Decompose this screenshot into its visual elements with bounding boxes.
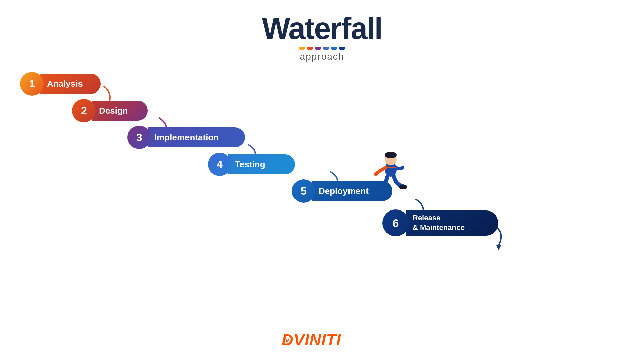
- step-4: 4 Testing: [208, 153, 295, 176]
- step-6: 6 Release& Maintenance: [382, 209, 498, 236]
- step-2-circle: 2: [72, 99, 96, 122]
- title-sub: approach: [221, 51, 423, 62]
- step-5-number: 5: [301, 185, 307, 197]
- logo: D e VINITI: [282, 328, 362, 352]
- step-2-number: 2: [81, 105, 87, 117]
- dot-3: [315, 47, 321, 50]
- step-5: 5 Deployment: [292, 179, 392, 203]
- svg-point-8: [385, 152, 397, 158]
- dot-4: [323, 47, 329, 50]
- dot-1: [299, 47, 305, 50]
- step-4-number: 4: [217, 158, 223, 171]
- step-1-number: 1: [29, 78, 35, 90]
- step-1: 1 Analysis: [20, 72, 101, 96]
- step-1-circle: 1: [20, 72, 44, 96]
- step-2: 2 Design: [72, 99, 148, 122]
- step-3: 3 Implementation: [127, 126, 245, 149]
- dot-6: [339, 47, 345, 50]
- step-4-label: Testing: [228, 154, 295, 174]
- dot-5: [331, 47, 337, 50]
- step-3-label: Implementation: [148, 127, 245, 147]
- step-3-circle: 3: [127, 126, 151, 149]
- step-6-circle: 6: [382, 209, 409, 236]
- svg-point-10: [399, 185, 407, 189]
- step-5-label: Deployment: [312, 181, 392, 201]
- step-2-label: Design: [92, 101, 148, 121]
- step-6-text: Release& Maintenance: [413, 213, 465, 232]
- step-3-number: 3: [136, 131, 142, 144]
- step-6-number: 6: [393, 217, 399, 230]
- step-4-circle: 4: [208, 153, 231, 176]
- svg-marker-5: [496, 245, 501, 250]
- dot-2: [307, 47, 313, 50]
- svg-text:VINITI: VINITI: [293, 331, 341, 349]
- title-dots: [221, 47, 423, 50]
- logo-svg: D e VINITI: [282, 328, 362, 349]
- title-section: Waterfall approach: [221, 13, 423, 62]
- step-6-label: Release& Maintenance: [406, 210, 498, 236]
- step-5-circle: 5: [292, 179, 315, 203]
- svg-text:e: e: [286, 337, 289, 343]
- step-1-label: Analysis: [40, 74, 101, 94]
- title-main: Waterfall: [221, 13, 423, 44]
